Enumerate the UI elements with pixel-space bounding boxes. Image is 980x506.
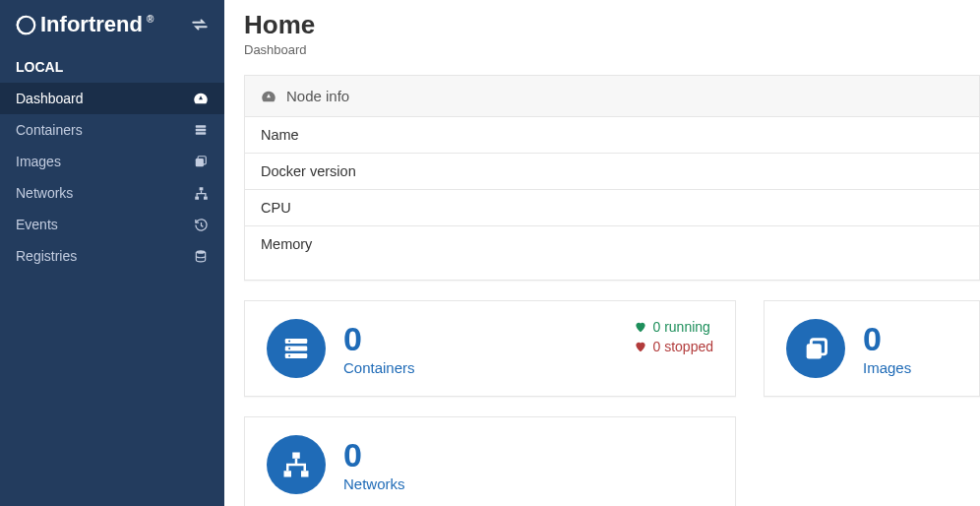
swap-icon[interactable] [191, 16, 209, 33]
svg-rect-11 [285, 347, 308, 351]
node-row-memory: Memory [245, 226, 979, 280]
tachometer-icon [193, 91, 209, 106]
tile-count: 0 [863, 322, 911, 355]
sidebar-item-containers[interactable]: Containers [0, 114, 224, 146]
sidebar-item-label: Containers [16, 122, 193, 138]
svg-rect-3 [196, 132, 207, 134]
brand-text: Infortrend [40, 12, 143, 37]
tile-networks[interactable]: 0 Networks [244, 416, 736, 506]
sidebar-item-dashboard[interactable]: Dashboard [0, 83, 224, 114]
status-running: 0 running [634, 319, 714, 335]
svg-rect-6 [199, 187, 203, 190]
svg-rect-16 [807, 345, 822, 359]
server-icon [267, 319, 326, 378]
svg-rect-2 [196, 129, 207, 131]
sitemap-icon [267, 435, 326, 494]
node-row-docker-version: Docker version [245, 154, 979, 190]
brand-logo: Infortrend® [16, 12, 153, 37]
sidebar-section-local: LOCAL [0, 51, 224, 83]
svg-rect-10 [285, 339, 308, 344]
history-icon [193, 217, 209, 232]
database-icon [193, 248, 209, 264]
heartbeat-icon [634, 320, 647, 334]
svg-rect-20 [301, 471, 309, 476]
tachometer-icon [261, 89, 276, 104]
svg-point-9 [196, 250, 205, 253]
sidebar-item-networks[interactable]: Networks [0, 177, 224, 209]
tile-images[interactable]: 0 Images [764, 300, 980, 397]
clone-icon [193, 154, 209, 169]
page-title: Home [244, 10, 980, 40]
tile-label: Images [863, 359, 911, 376]
svg-point-15 [288, 355, 290, 357]
node-info-panel: Node info Name Docker version CPU Memory [244, 75, 980, 281]
sidebar-item-label: Networks [16, 185, 193, 201]
node-row-name: Name [245, 117, 979, 154]
tile-count: 0 [343, 438, 405, 472]
svg-point-13 [288, 341, 290, 343]
server-icon [193, 122, 209, 138]
brand-icon [16, 15, 36, 35]
svg-rect-4 [196, 158, 204, 166]
svg-point-14 [288, 348, 290, 349]
svg-rect-7 [195, 196, 199, 199]
svg-rect-1 [196, 125, 207, 127]
svg-rect-19 [284, 471, 292, 476]
panel-title: Node info [286, 88, 349, 104]
sidebar-item-label: Dashboard [16, 91, 193, 106]
clone-icon [786, 319, 845, 378]
tile-containers[interactable]: 0 Containers 0 running 0 stopped [244, 300, 736, 397]
heartbeat-icon [634, 340, 647, 353]
svg-rect-12 [285, 353, 308, 358]
sidebar-item-registries[interactable]: Registries [0, 240, 224, 272]
status-stopped: 0 stopped [634, 339, 714, 354]
sitemap-icon [193, 185, 209, 201]
sidebar-item-images[interactable]: Images [0, 146, 224, 177]
tile-label: Networks [343, 475, 405, 492]
node-row-cpu: CPU [245, 190, 979, 226]
sidebar-item-label: Events [16, 217, 193, 232]
sidebar-item-label: Images [16, 154, 193, 169]
breadcrumb: Dashboard [244, 42, 980, 57]
tile-count: 0 [343, 322, 415, 355]
sidebar-item-label: Registries [16, 248, 193, 264]
tile-label: Containers [343, 359, 415, 376]
svg-rect-8 [204, 196, 208, 199]
svg-rect-18 [292, 453, 300, 459]
sidebar-item-events[interactable]: Events [0, 209, 224, 240]
